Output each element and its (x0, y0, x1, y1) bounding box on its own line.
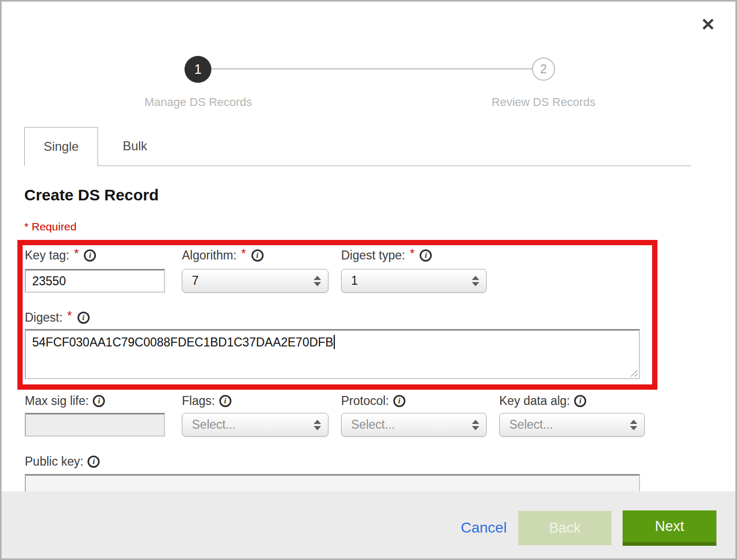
cancel-button[interactable]: Cancel (461, 519, 507, 536)
public-key-label-text: Public key: (25, 455, 83, 469)
info-icon[interactable]: i (420, 249, 432, 262)
tab-single[interactable]: Single (24, 127, 98, 166)
digest-label: Digest: * i (25, 310, 90, 325)
tab-bulk[interactable]: Bulk (98, 127, 172, 166)
info-icon[interactable]: i (77, 312, 90, 324)
max-sig-life-input[interactable] (25, 413, 165, 437)
digest-type-select[interactable]: 1 (341, 269, 487, 293)
digest-label-text: Digest: (25, 311, 63, 325)
key-data-alg-select-value: Select... (509, 418, 553, 432)
key-data-alg-label: Key data alg: i (499, 393, 586, 408)
algorithm-label-text: Algorithm: (182, 248, 237, 263)
info-icon[interactable]: i (574, 395, 586, 407)
select-arrows-icon (472, 276, 479, 286)
create-ds-record-modal: ✕ 1 2 Manage DS Records Review DS Record… (0, 0, 737, 560)
stepper-connector-line (211, 68, 532, 70)
digest-type-label: Digest type: * i (341, 248, 432, 263)
digest-type-select-value: 1 (351, 274, 358, 288)
flags-label-text: Flags: (182, 394, 215, 408)
protocol-select-value: Select... (351, 418, 395, 432)
key-tag-input[interactable] (25, 269, 165, 293)
required-asterisk: * (67, 309, 72, 323)
key-tag-label: Key tag: * i (25, 248, 96, 263)
protocol-select[interactable]: Select... (341, 413, 487, 437)
select-arrows-icon (472, 420, 479, 430)
flags-label: Flags: i (182, 393, 231, 408)
algorithm-select-value: 7 (192, 274, 199, 288)
required-note: * Required (24, 220, 76, 233)
page-title: Create DS Record (24, 186, 159, 204)
required-asterisk: * (74, 247, 79, 261)
info-icon[interactable]: i (84, 249, 96, 262)
key-data-alg-label-text: Key data alg: (499, 394, 570, 408)
digest-textarea-value: 54FCF030AA1C79C0088FDEC1BD1C37DAA2E70DFB (32, 335, 333, 349)
info-icon[interactable]: i (251, 249, 264, 262)
info-icon[interactable]: i (219, 395, 231, 407)
select-arrows-icon (314, 420, 321, 430)
flags-select-value: Select... (192, 418, 236, 432)
flags-select[interactable]: Select... (182, 413, 328, 437)
info-icon[interactable]: i (93, 395, 105, 407)
key-data-alg-select[interactable]: Select... (499, 413, 645, 437)
required-asterisk: * (410, 247, 414, 261)
public-key-label: Public key: i (25, 454, 100, 469)
stepper-step-1-label: Manage DS Records (114, 95, 283, 109)
close-icon[interactable]: ✕ (696, 13, 720, 36)
back-button[interactable]: Back (518, 511, 612, 545)
max-sig-life-label: Max sig life: i (25, 393, 105, 408)
key-tag-label-text: Key tag: (25, 248, 69, 263)
select-arrows-icon (630, 420, 637, 430)
select-arrows-icon (314, 276, 321, 286)
info-icon[interactable]: i (393, 395, 405, 407)
algorithm-select[interactable]: 7 (182, 269, 328, 293)
next-button[interactable]: Next (623, 510, 716, 546)
algorithm-label: Algorithm: * i (182, 248, 264, 263)
stepper-step-2-label: Review DS Records (459, 95, 628, 109)
stepper-step-2-circle: 2 (532, 57, 555, 81)
info-icon[interactable]: i (88, 456, 100, 468)
stepper-step-1-circle: 1 (185, 56, 211, 83)
digest-type-label-text: Digest type: (341, 248, 405, 263)
digest-textarea[interactable]: 54FCF030AA1C79C0088FDEC1BD1C37DAA2E70DFB (25, 329, 640, 379)
required-asterisk: * (241, 247, 246, 261)
tabs-underline (24, 166, 691, 166)
text-cursor (334, 335, 335, 349)
max-sig-life-label-text: Max sig life: (25, 394, 89, 408)
resize-grip-icon[interactable] (629, 368, 637, 376)
protocol-label: Protocol: i (341, 393, 405, 408)
modal-footer: Cancel Back Next (2, 491, 735, 558)
protocol-label-text: Protocol: (341, 394, 389, 408)
